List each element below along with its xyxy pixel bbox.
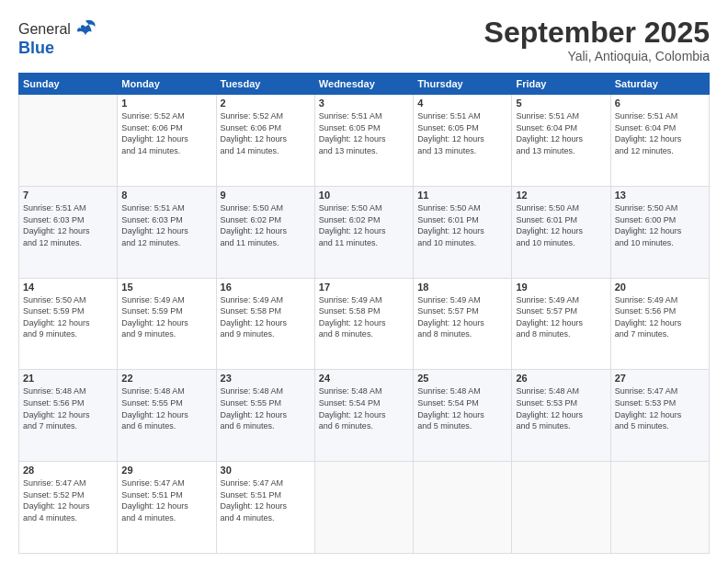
calendar-header-row: SundayMondayTuesdayWednesdayThursdayFrid… — [19, 74, 710, 95]
calendar-week-row: 28Sunrise: 5:47 AMSunset: 5:52 PMDayligh… — [19, 462, 710, 554]
calendar-cell: 8Sunrise: 5:51 AMSunset: 6:03 PMDaylight… — [118, 186, 216, 278]
cell-info: Sunrise: 5:49 AMSunset: 5:58 PMDaylight:… — [221, 294, 311, 340]
cell-date: 10 — [319, 190, 409, 201]
cell-date: 17 — [319, 282, 409, 293]
cell-info: Sunrise: 5:51 AMSunset: 6:04 PMDaylight:… — [615, 110, 705, 156]
calendar-cell — [19, 95, 118, 187]
calendar-cell: 5Sunrise: 5:51 AMSunset: 6:04 PMDaylight… — [512, 95, 610, 187]
cell-info: Sunrise: 5:48 AMSunset: 5:55 PMDaylight:… — [121, 385, 211, 431]
cell-info: Sunrise: 5:49 AMSunset: 5:59 PMDaylight:… — [121, 294, 211, 340]
cell-date: 29 — [121, 465, 211, 476]
header: General Blue September 2025 Yali, Antioq… — [18, 17, 710, 63]
calendar-cell: 17Sunrise: 5:49 AMSunset: 5:58 PMDayligh… — [314, 278, 413, 370]
cell-info: Sunrise: 5:50 AMSunset: 6:02 PMDaylight:… — [221, 202, 311, 248]
logo: General Blue — [18, 17, 98, 58]
calendar-cell: 16Sunrise: 5:49 AMSunset: 5:58 PMDayligh… — [216, 278, 314, 370]
calendar-cell: 15Sunrise: 5:49 AMSunset: 5:59 PMDayligh… — [118, 278, 216, 370]
calendar-cell — [512, 462, 610, 554]
calendar-cell: 1Sunrise: 5:52 AMSunset: 6:06 PMDaylight… — [118, 95, 216, 187]
cell-date: 24 — [319, 373, 409, 384]
cell-info: Sunrise: 5:50 AMSunset: 6:00 PMDaylight:… — [615, 202, 705, 248]
cell-info: Sunrise: 5:47 AMSunset: 5:52 PMDaylight:… — [23, 477, 113, 523]
page: General Blue September 2025 Yali, Antioq… — [0, 0, 728, 563]
calendar-week-row: 21Sunrise: 5:48 AMSunset: 5:56 PMDayligh… — [19, 370, 710, 462]
subtitle: Yali, Antioquia, Colombia — [484, 49, 710, 63]
calendar-cell: 21Sunrise: 5:48 AMSunset: 5:56 PMDayligh… — [19, 370, 118, 462]
cell-info: Sunrise: 5:48 AMSunset: 5:56 PMDaylight:… — [23, 385, 113, 431]
logo-bird-icon — [73, 17, 98, 42]
cell-info: Sunrise: 5:49 AMSunset: 5:56 PMDaylight:… — [615, 294, 705, 340]
calendar-cell: 4Sunrise: 5:51 AMSunset: 6:05 PMDaylight… — [414, 95, 512, 187]
cell-date: 16 — [221, 282, 311, 293]
calendar-cell — [414, 462, 512, 554]
cell-date: 19 — [516, 282, 606, 293]
cell-date: 2 — [221, 98, 311, 109]
calendar-cell: 19Sunrise: 5:49 AMSunset: 5:57 PMDayligh… — [512, 278, 610, 370]
cell-date: 14 — [23, 282, 113, 293]
calendar-cell: 29Sunrise: 5:47 AMSunset: 5:51 PMDayligh… — [118, 462, 216, 554]
calendar-week-row: 7Sunrise: 5:51 AMSunset: 6:03 PMDaylight… — [19, 186, 710, 278]
cell-date: 22 — [121, 373, 211, 384]
day-header-wednesday: Wednesday — [314, 74, 413, 95]
cell-info: Sunrise: 5:47 AMSunset: 5:53 PMDaylight:… — [615, 385, 705, 431]
cell-date: 7 — [23, 190, 113, 201]
calendar-cell: 10Sunrise: 5:50 AMSunset: 6:02 PMDayligh… — [314, 186, 413, 278]
cell-info: Sunrise: 5:48 AMSunset: 5:54 PMDaylight:… — [319, 385, 409, 431]
calendar-cell: 23Sunrise: 5:48 AMSunset: 5:55 PMDayligh… — [216, 370, 314, 462]
title-block: September 2025 Yali, Antioquia, Colombia — [484, 17, 710, 63]
cell-date: 21 — [23, 373, 113, 384]
calendar-cell: 20Sunrise: 5:49 AMSunset: 5:56 PMDayligh… — [610, 278, 709, 370]
day-header-saturday: Saturday — [610, 74, 709, 95]
cell-info: Sunrise: 5:49 AMSunset: 5:57 PMDaylight:… — [516, 294, 606, 340]
calendar-cell: 18Sunrise: 5:49 AMSunset: 5:57 PMDayligh… — [414, 278, 512, 370]
cell-date: 13 — [615, 190, 705, 201]
calendar-cell — [610, 462, 709, 554]
cell-date: 25 — [417, 373, 507, 384]
cell-date: 8 — [121, 190, 211, 201]
calendar-week-row: 1Sunrise: 5:52 AMSunset: 6:06 PMDaylight… — [19, 95, 710, 187]
calendar-table: SundayMondayTuesdayWednesdayThursdayFrid… — [18, 73, 710, 554]
cell-info: Sunrise: 5:52 AMSunset: 6:06 PMDaylight:… — [121, 110, 211, 156]
cell-date: 23 — [221, 373, 311, 384]
calendar-week-row: 14Sunrise: 5:50 AMSunset: 5:59 PMDayligh… — [19, 278, 710, 370]
cell-info: Sunrise: 5:52 AMSunset: 6:06 PMDaylight:… — [221, 110, 311, 156]
cell-info: Sunrise: 5:47 AMSunset: 5:51 PMDaylight:… — [221, 477, 311, 523]
cell-date: 18 — [417, 282, 507, 293]
logo-general-text: General — [18, 21, 71, 38]
calendar-cell: 11Sunrise: 5:50 AMSunset: 6:01 PMDayligh… — [414, 186, 512, 278]
cell-info: Sunrise: 5:51 AMSunset: 6:04 PMDaylight:… — [516, 110, 606, 156]
calendar-cell: 27Sunrise: 5:47 AMSunset: 5:53 PMDayligh… — [610, 370, 709, 462]
calendar-cell: 13Sunrise: 5:50 AMSunset: 6:00 PMDayligh… — [610, 186, 709, 278]
calendar-cell: 25Sunrise: 5:48 AMSunset: 5:54 PMDayligh… — [414, 370, 512, 462]
cell-info: Sunrise: 5:47 AMSunset: 5:51 PMDaylight:… — [121, 477, 211, 523]
calendar-cell: 12Sunrise: 5:50 AMSunset: 6:01 PMDayligh… — [512, 186, 610, 278]
calendar-cell: 22Sunrise: 5:48 AMSunset: 5:55 PMDayligh… — [118, 370, 216, 462]
cell-date: 26 — [516, 373, 606, 384]
calendar-cell: 2Sunrise: 5:52 AMSunset: 6:06 PMDaylight… — [216, 95, 314, 187]
calendar-cell: 28Sunrise: 5:47 AMSunset: 5:52 PMDayligh… — [19, 462, 118, 554]
main-title: September 2025 — [484, 17, 710, 49]
calendar-cell: 24Sunrise: 5:48 AMSunset: 5:54 PMDayligh… — [314, 370, 413, 462]
cell-date: 11 — [417, 190, 507, 201]
cell-date: 9 — [221, 190, 311, 201]
cell-date: 15 — [121, 282, 211, 293]
calendar-cell: 6Sunrise: 5:51 AMSunset: 6:04 PMDaylight… — [610, 95, 709, 187]
cell-date: 1 — [121, 98, 211, 109]
cell-info: Sunrise: 5:51 AMSunset: 6:05 PMDaylight:… — [319, 110, 409, 156]
cell-info: Sunrise: 5:49 AMSunset: 5:58 PMDaylight:… — [319, 294, 409, 340]
cell-date: 5 — [516, 98, 606, 109]
cell-info: Sunrise: 5:50 AMSunset: 6:01 PMDaylight:… — [417, 202, 507, 248]
calendar-cell: 7Sunrise: 5:51 AMSunset: 6:03 PMDaylight… — [19, 186, 118, 278]
cell-date: 27 — [615, 373, 705, 384]
cell-date: 6 — [615, 98, 705, 109]
cell-info: Sunrise: 5:49 AMSunset: 5:57 PMDaylight:… — [417, 294, 507, 340]
cell-info: Sunrise: 5:50 AMSunset: 6:02 PMDaylight:… — [319, 202, 409, 248]
cell-info: Sunrise: 5:51 AMSunset: 6:05 PMDaylight:… — [417, 110, 507, 156]
day-header-thursday: Thursday — [414, 74, 512, 95]
cell-info: Sunrise: 5:48 AMSunset: 5:55 PMDaylight:… — [221, 385, 311, 431]
cell-info: Sunrise: 5:50 AMSunset: 5:59 PMDaylight:… — [23, 294, 113, 340]
day-header-friday: Friday — [512, 74, 610, 95]
calendar-cell — [314, 462, 413, 554]
day-header-monday: Monday — [118, 74, 216, 95]
calendar-cell: 3Sunrise: 5:51 AMSunset: 6:05 PMDaylight… — [314, 95, 413, 187]
